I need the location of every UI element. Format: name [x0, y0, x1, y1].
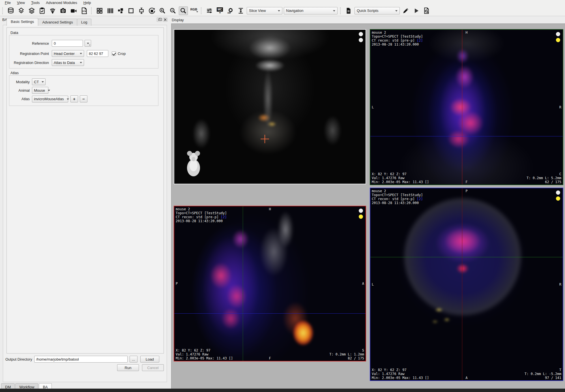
- crosshair-vertical-line[interactable]: [462, 30, 462, 185]
- indicator-dot-white[interactable]: [556, 32, 560, 36]
- tab-basic-settings[interactable]: Basic Settings: [7, 18, 38, 26]
- rotate-view-button[interactable]: [147, 7, 156, 15]
- add-atlas-button[interactable]: +: [70, 95, 78, 102]
- float-panel-button[interactable]: [157, 18, 162, 22]
- stack-tool-button[interactable]: [27, 7, 36, 15]
- toolbar-handle[interactable]: [2, 7, 4, 14]
- remove-atlas-button[interactable]: −: [80, 95, 87, 102]
- atlas-select[interactable]: invicroMouseAtlas: [32, 96, 68, 102]
- grid-layout-button[interactable]: [95, 7, 104, 15]
- modality-label: Modality: [9, 80, 30, 84]
- slice-view-select[interactable]: Slice View: [247, 7, 282, 14]
- single-view-button[interactable]: [126, 7, 136, 15]
- rgb-channels-button[interactable]: RGB: [189, 7, 198, 15]
- crosshair-vertical-line[interactable]: [462, 188, 462, 380]
- mc-module-button[interactable]: MC◂▸: [215, 7, 224, 15]
- fit-height-button[interactable]: [236, 7, 245, 15]
- indicator-dot-white[interactable]: [359, 38, 363, 42]
- viewport-indicators[interactable]: [556, 32, 560, 42]
- tab-log[interactable]: Log: [77, 19, 92, 26]
- mip-crosshair-icon[interactable]: [261, 139, 269, 139]
- animal-label: Animal: [9, 88, 30, 93]
- quick-scripts-select[interactable]: Quick Scripts: [355, 7, 400, 14]
- checklist-button[interactable]: [38, 7, 47, 15]
- zoom-in-button[interactable]: [158, 7, 167, 15]
- preview-script-button[interactable]: [422, 7, 431, 15]
- viewport-transverse[interactable]: mouse 2 Topo+CT+SPECT [TestStudy] CT rec…: [370, 188, 563, 381]
- reference-label: Reference: [9, 41, 49, 46]
- animal-select[interactable]: Mouse: [32, 87, 48, 94]
- movie-button[interactable]: [69, 7, 78, 15]
- zoom-out-button[interactable]: [168, 7, 177, 15]
- navigation-select[interactable]: Navigation: [284, 7, 338, 14]
- close-panel-button[interactable]: [163, 18, 167, 22]
- crosshair-vertical-line[interactable]: [243, 206, 243, 361]
- slice-columns-icon: [106, 7, 114, 14]
- toolbar-handle[interactable]: [201, 7, 202, 14]
- crosshair-horizontal-line[interactable]: [370, 136, 563, 136]
- fan-tool-button[interactable]: [48, 7, 57, 15]
- viewport-indicators[interactable]: [359, 32, 363, 42]
- reorient-button[interactable]: [17, 7, 26, 15]
- menu-view[interactable]: View: [14, 0, 28, 5]
- menu-tools[interactable]: Tools: [28, 0, 43, 5]
- crosshair-horizontal-line[interactable]: [174, 313, 366, 314]
- run-script-button[interactable]: [412, 7, 421, 15]
- indicator-dot-white[interactable]: [556, 190, 560, 195]
- magnifier-tool-button[interactable]: [179, 7, 188, 15]
- coronal-scan-image: [370, 29, 563, 185]
- ba-tab-bar: Basic Settings Advanced Settings Log: [7, 18, 91, 26]
- svg-text:DM: DM: [227, 12, 231, 14]
- tab-advanced-settings[interactable]: Advanced Settings: [38, 19, 77, 26]
- viewport-indicators[interactable]: [556, 190, 560, 201]
- script-document-icon: [345, 7, 352, 14]
- dcm-export-button[interactable]: DCM: [80, 7, 89, 15]
- dm-settings-button[interactable]: DM: [226, 7, 235, 15]
- viewport-3d-mip[interactable]: [174, 29, 366, 184]
- menu-file[interactable]: File: [2, 0, 14, 5]
- snapshot-button[interactable]: [59, 7, 68, 15]
- indicator-dot-white[interactable]: [359, 209, 363, 213]
- menu-help[interactable]: Help: [80, 0, 94, 5]
- toolbar-handle[interactable]: [340, 7, 341, 14]
- modality-select[interactable]: CT: [32, 78, 46, 85]
- multi-slice-button[interactable]: [106, 7, 115, 15]
- chevron-down-icon: [278, 10, 280, 13]
- crop-tool-button[interactable]: [137, 7, 146, 15]
- menu-advanced-modules[interactable]: Advanced Modules: [43, 0, 80, 5]
- crosshair-horizontal-line[interactable]: [370, 257, 563, 257]
- crop-checkbox[interactable]: [112, 52, 116, 56]
- cancel-button[interactable]: Cancel: [142, 364, 164, 371]
- run-button[interactable]: Run: [117, 364, 139, 371]
- browse-button[interactable]: ...: [130, 356, 138, 363]
- data-browser-button[interactable]: [6, 7, 15, 15]
- thumbnail-layout-button[interactable]: [116, 7, 125, 15]
- registration-point-coords-input[interactable]: 82 62 97: [87, 50, 108, 57]
- load-button[interactable]: Load: [140, 356, 159, 363]
- single-view-icon: [127, 7, 135, 14]
- indicator-dot-yellow[interactable]: [556, 38, 560, 42]
- chevron-down-icon: [42, 81, 44, 84]
- orientation-label-left: L: [372, 282, 374, 286]
- output-directory-input[interactable]: /home/marjobe/tmp/batool: [34, 356, 128, 363]
- registration-point-select[interactable]: Head Center: [52, 50, 84, 57]
- indicator-dot-yellow[interactable]: [359, 215, 363, 219]
- edit-script-button[interactable]: [401, 7, 410, 15]
- reference-input[interactable]: 0: [52, 40, 83, 47]
- mc-icon: MC◂▸: [217, 7, 223, 14]
- chevron-down-icon: [80, 53, 82, 55]
- adjust-sliders-button[interactable]: [205, 7, 214, 15]
- scan-info-overlay: mouse 2 Topo+CT+SPECT [TestStudy] CT rec…: [372, 31, 423, 46]
- viewport-sagittal[interactable]: mouse 2 Topo+CT+SPECT [TestStudy] CT rec…: [174, 206, 366, 361]
- viewport-indicators[interactable]: [359, 209, 363, 219]
- slice-status-overlay: T T: 0.2mm L: -5.2mm 97 / 141: [525, 368, 561, 380]
- registration-direction-select[interactable]: Atlas to Data: [52, 59, 84, 66]
- indicator-dot-yellow[interactable]: [556, 196, 560, 201]
- magnifier-icon: [180, 7, 187, 14]
- toolbar-handle[interactable]: [91, 7, 93, 14]
- indicator-dot-white[interactable]: [359, 32, 363, 36]
- reference-dropdown-button[interactable]: [85, 40, 91, 47]
- output-directory-row: Output Directory /home/marjobe/tmp/batoo…: [5, 356, 164, 363]
- viewport-coronal[interactable]: mouse 2 Topo+CT+SPECT [TestStudy] CT rec…: [370, 29, 563, 185]
- script-file-button[interactable]: [344, 7, 353, 15]
